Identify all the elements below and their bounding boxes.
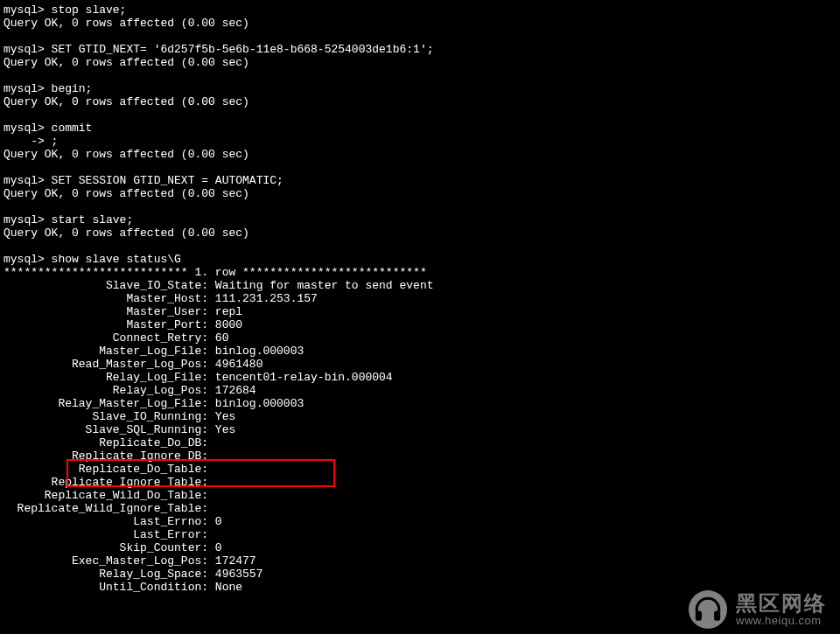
terminal-line [4,161,840,174]
terminal-line: Last_Errno: 0 [4,515,840,528]
terminal-line: Replicate_Do_Table: [4,463,840,476]
terminal-line: Replicate_Wild_Ignore_Table: [4,502,840,515]
terminal-line [4,200,840,213]
svg-rect-1 [714,610,720,620]
terminal-line [4,108,840,122]
terminal-line: mysql> SET SESSION GTID_NEXT = AUTOMATIC… [4,174,840,187]
svg-rect-0 [696,610,702,620]
terminal-line: Master_Port: 8000 [4,318,840,331]
terminal-line: Query OK, 0 rows affected (0.00 sec) [4,148,840,161]
terminal-line: Slave_IO_Running: Yes [4,410,840,423]
terminal-line: Relay_Master_Log_File: binlog.000003 [4,397,840,410]
watermark-url: www.heiqu.com [736,615,827,627]
terminal-line: Replicate_Ignore_DB: [4,449,840,463]
terminal-line: Query OK, 0 rows affected (0.00 sec) [4,56,840,69]
terminal-line: Query OK, 0 rows affected (0.00 sec) [4,95,840,108]
terminal-line [4,240,840,253]
terminal-line: Query OK, 0 rows affected (0.00 sec) [4,17,840,30]
terminal-line: mysql> SET GTID_NEXT= '6d257f5b-5e6b-11e… [4,43,840,56]
terminal-line: Slave_SQL_Running: Yes [4,423,840,436]
headphones-icon [689,590,727,629]
terminal-line: Slave_IO_State: Waiting for master to se… [4,279,840,292]
terminal-line: Replicate_Ignore_Table: [4,476,840,489]
terminal-line: Exec_Master_Log_Pos: 172477 [4,554,840,568]
terminal-line: -> ; [4,135,840,148]
terminal-line: mysql> show slave status\G [4,253,840,266]
terminal-line: Master_User: repl [4,305,840,318]
terminal-line: Master_Log_File: binlog.000003 [4,345,840,358]
terminal-line: *************************** 1. row *****… [4,266,840,279]
terminal-line: Last_Error: [4,528,840,541]
terminal-line: mysql> commit [4,122,840,135]
terminal-line: Skip_Counter: 0 [4,541,840,554]
terminal-output[interactable]: mysql> stop slave;Query OK, 0 rows affec… [4,3,840,594]
terminal-line: Relay_Log_Space: 4963557 [4,568,840,581]
terminal-line: Query OK, 0 rows affected (0.00 sec) [4,226,840,240]
terminal-line: mysql> stop slave; [4,3,840,17]
terminal-line [4,30,840,43]
watermark: 黑区网络 www.heiqu.com [689,590,827,629]
terminal-line: Connect_Retry: 60 [4,331,840,345]
terminal-line: Replicate_Do_DB: [4,436,840,449]
terminal-line: Replicate_Wild_Do_Table: [4,489,840,502]
terminal-line: mysql> begin; [4,82,840,95]
watermark-title: 黑区网络 [736,592,827,615]
terminal-line: Master_Host: 111.231.253.157 [4,292,840,305]
terminal-line: Query OK, 0 rows affected (0.00 sec) [4,187,840,200]
terminal-line: mysql> start slave; [4,213,840,226]
terminal-line [4,69,840,82]
terminal-line: Relay_Log_File: tencent01-relay-bin.0000… [4,371,840,384]
terminal-line: Read_Master_Log_Pos: 4961480 [4,358,840,371]
terminal-line: Relay_Log_Pos: 172684 [4,384,840,397]
